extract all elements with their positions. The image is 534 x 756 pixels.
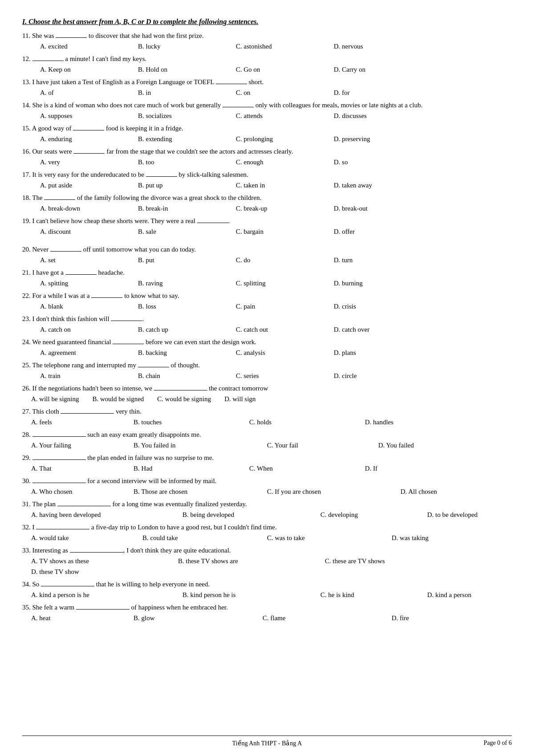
q16-options: A. very B. too C. enough D. so: [22, 157, 512, 167]
question-23: 23. I don't think this fashion will . A.…: [22, 313, 512, 335]
q25-b: B. chain: [138, 370, 236, 381]
q29-d: D. If: [365, 463, 377, 474]
question-20: 20. Never off until tomorrow what you ca…: [22, 244, 512, 265]
q20-d: D. turn: [334, 255, 432, 265]
q22-d: D. crisis: [334, 301, 432, 312]
q13-c: C. on: [236, 87, 334, 98]
question-12: 12. a minute! I can't find my keys. A. K…: [22, 53, 512, 75]
question-16: 16. Our seats were far from the stage th…: [22, 146, 512, 167]
q34-b: B. kind person he is: [182, 589, 307, 600]
q35-c: C. flame: [263, 613, 378, 623]
q26-c: C. would be signing: [157, 394, 211, 404]
question-25: 25. The telephone rang and interrupted m…: [22, 360, 512, 381]
q27-a: A. feels: [31, 417, 120, 427]
q11-c: C. astonished: [236, 41, 334, 52]
q34-d: D. kind a person: [427, 589, 471, 600]
q26-d: D. will sign: [224, 394, 255, 404]
footer-right: Page 0 of 6: [348, 740, 512, 747]
q14-a: A. supposes: [40, 110, 138, 121]
q23-options: A. catch on B. catch up C. catch out D. …: [22, 324, 512, 335]
q32-options: A. would take B. could take C. was to ta…: [22, 532, 512, 543]
q29-c: C. When: [249, 463, 352, 474]
q13-d: D. for: [334, 87, 432, 98]
q14-options: A. supposes B. socializes C. attends D. …: [22, 110, 512, 121]
q15-c: C. prolonging: [236, 134, 334, 144]
q27-d: D. handles: [365, 417, 393, 427]
question-26: 26. If the negotiations hadn't been so i…: [22, 383, 512, 404]
question-24: 24. We need guaranteed financial before …: [22, 337, 512, 358]
question-14: 14. She is a kind of woman who does not …: [22, 100, 512, 121]
question-13: 13. I have just taken a Test of English …: [22, 77, 512, 98]
q15-d: D. preserving: [334, 134, 432, 144]
question-17: 17. It is very easy for the undereducate…: [22, 169, 512, 191]
question-22: 22. For a while I was at a to know what …: [22, 290, 512, 312]
q19-b: B. sale: [138, 226, 236, 237]
q30-a: A. Who chosen: [31, 486, 120, 497]
q30-options: A. Who chosen B. Those are chosen C. If …: [22, 486, 512, 497]
q28-a: A. Your failing: [31, 440, 120, 451]
q26-options: A. will be signing B. would be signed C.…: [22, 394, 512, 404]
q16-a: A. very: [40, 157, 138, 167]
q30-c: C. If you are chosen: [267, 486, 387, 497]
question-33: 33. Interesting as , I don't think they …: [22, 545, 512, 577]
q34-options: A. kind a person is he B. kind person he…: [22, 589, 512, 600]
q23-a: A. catch on: [40, 324, 138, 335]
q23-b: B. catch up: [138, 324, 236, 335]
q12-a: A. Keep on: [40, 64, 138, 75]
q11-options: A. excited B. lucky C. astonished D. ner…: [22, 41, 512, 52]
q30-d: D. All chosen: [400, 486, 437, 497]
q29-options: A. That B. Had C. When D. If: [22, 463, 512, 474]
q14-b: B. socializes: [138, 110, 236, 121]
q11-b: B. lucky: [138, 41, 236, 52]
q32-a: A. would take: [31, 532, 129, 543]
q19-c: C. bargain: [236, 226, 334, 237]
q28-options: A. Your failing B. You failed in C. Your…: [22, 440, 512, 451]
q20-b: B. put: [138, 255, 236, 265]
footer-left: [22, 740, 186, 747]
q21-a: A. spitting: [40, 278, 138, 289]
q30-b: B. Those are chosen: [134, 486, 254, 497]
q28-b: B. You failed in: [134, 440, 254, 451]
q32-d: D. was taking: [392, 532, 429, 543]
q13-b: B. in: [138, 87, 236, 98]
question-19: 19. I can't believe how cheap these shor…: [22, 215, 512, 237]
q15-b: B. extending: [138, 134, 236, 144]
question-31: 31. The plan for a long time was eventua…: [22, 499, 512, 520]
q20-a: A. set: [40, 255, 138, 265]
q18-a: A. break-down: [40, 203, 138, 214]
q29-a: A. That: [31, 463, 120, 474]
q16-d: D. so: [334, 157, 432, 167]
section-title: I. Choose the best answer from A, B, C o…: [22, 18, 512, 26]
footer-center: Tiếng Anh THPT - Bảng A: [186, 740, 349, 747]
q16-c: C. enough: [236, 157, 334, 167]
q21-c: C. splitting: [236, 278, 334, 289]
q19-d: D. offer: [334, 226, 432, 237]
q34-c: C. he is kind: [320, 589, 414, 600]
q13-a: A. of: [40, 87, 138, 98]
question-30: 30. for a second interview will be infor…: [22, 476, 512, 497]
q35-b: B. glow: [134, 613, 249, 623]
q27-c: C. holds: [249, 417, 352, 427]
q24-options: A. agreement B. backing C. analysis D. p…: [22, 347, 512, 358]
question-15: 15. A good way of food is keeping it in …: [22, 123, 512, 144]
q35-options: A. heat B. glow C. flame D. fire: [22, 613, 512, 623]
q12-options: A. Keep on B. Hold on C. Go on D. Carry …: [22, 64, 512, 75]
q11-d: D. nervous: [334, 41, 432, 52]
q12-c: C. Go on: [236, 64, 334, 75]
q31-options: A. having been developed B. being develo…: [22, 509, 512, 520]
question-18: 18. The of the family following the divo…: [22, 192, 512, 214]
q17-a: A. put aside: [40, 180, 138, 191]
q32-b: B. could take: [142, 532, 254, 543]
q26-a: A. will be signing: [31, 394, 79, 404]
q25-a: A. train: [40, 370, 138, 381]
q28-d: D. You failed: [378, 440, 414, 451]
q31-d: D. to be developed: [427, 509, 477, 520]
q33-options: A. TV shows as these B. these TV shows a…: [22, 556, 512, 577]
question-28: 28. such an easy exam greatly disappoint…: [22, 429, 512, 451]
q26-b: B. would be signed: [93, 394, 144, 404]
q31-c: C. developing: [320, 509, 414, 520]
q15-a: A. enduring: [40, 134, 138, 144]
question-21: 21. I have got a headache. A. spitting B…: [22, 267, 512, 289]
q25-c: C. series: [236, 370, 334, 381]
q12-d: D. Carry on: [334, 64, 432, 75]
